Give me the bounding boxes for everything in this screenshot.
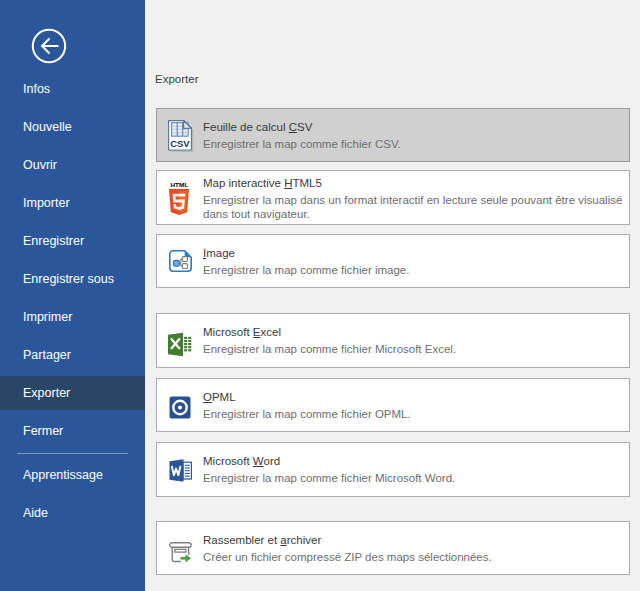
svg-text:HTML: HTML: [170, 181, 188, 188]
svg-text:CSV: CSV: [170, 138, 190, 149]
